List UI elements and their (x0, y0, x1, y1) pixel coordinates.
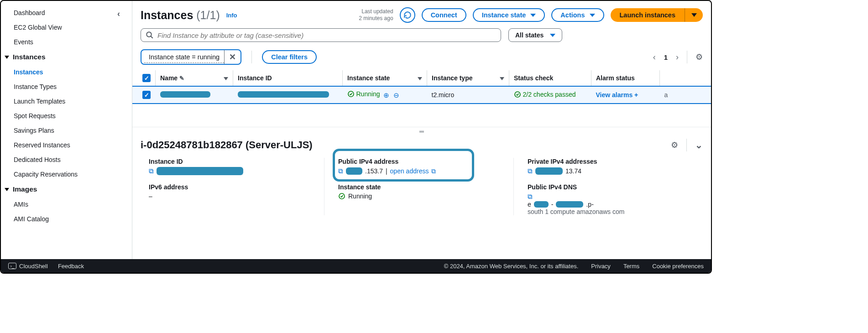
sidebar-item-launch-templates[interactable]: Launch Templates (5, 94, 132, 109)
col-instance-type[interactable]: Instance type (432, 74, 472, 82)
filter-chip: Instance state = running ✕ (141, 49, 241, 65)
detail-title: i-0d25248781b182867 (Server-ULJS) (141, 139, 313, 151)
sidebar-heading-label: Instances (13, 53, 46, 61)
field-instance-id-label: Instance ID (149, 158, 315, 165)
sidebar: Dashboard ‹ EC2 Global View Events Insta… (1, 1, 132, 259)
open-address-link[interactable]: open address (390, 167, 429, 175)
table-header-row: Name✎ Instance ID Instance state Instanc… (132, 70, 711, 86)
field-dns-value: ⧉ (528, 193, 694, 201)
copyright: © 2024, Amazon Web Services, Inc. or its… (444, 263, 579, 270)
redacted-value (556, 201, 583, 208)
detail-settings-icon[interactable]: ⚙ (671, 140, 678, 150)
connect-button[interactable]: Connect (422, 8, 466, 22)
view-alarms-link[interactable]: View alarms (596, 91, 633, 99)
sort-icon[interactable] (224, 77, 228, 80)
col-status-check[interactable]: Status check (514, 74, 553, 82)
field-private-ip-value: ⧉ 13.74 (528, 167, 694, 175)
field-private-ip-label: Private IPv4 addresses (528, 158, 694, 165)
sidebar-item-global-view[interactable]: EC2 Global View (5, 20, 132, 35)
edit-icon[interactable]: ✎ (179, 75, 184, 82)
caret-down-icon (691, 13, 697, 17)
launch-instances-caret[interactable] (685, 8, 703, 22)
table-row[interactable]: Running ⊕ ⊖ t2.micro 2/2 checks passed V… (132, 86, 711, 104)
sidebar-item-instances[interactable]: Instances (5, 65, 132, 79)
sidebar-item-instance-types[interactable]: Instance Types (5, 79, 132, 94)
search-icon (146, 31, 154, 39)
svg-line-1 (151, 36, 153, 38)
col-alarm-status[interactable]: Alarm status (596, 74, 635, 82)
resize-handle[interactable]: ═ (132, 127, 711, 135)
col-name[interactable]: Name (160, 74, 178, 82)
search-input[interactable] (157, 31, 496, 39)
check-circle-icon (338, 193, 345, 200)
sidebar-item-events[interactable]: Events (5, 35, 132, 49)
status-checks: 2/2 checks passed (514, 91, 576, 98)
sidebar-item-spot-requests[interactable]: Spot Requests (5, 109, 132, 123)
field-public-ip-value: ⧉ .153.7 | open address ⧉ (338, 167, 504, 175)
zoom-out-icon[interactable]: ⊖ (393, 91, 399, 99)
clear-filters-button[interactable]: Clear filters (262, 50, 317, 64)
page-next[interactable]: › (676, 52, 679, 62)
external-link-icon[interactable]: ⧉ (431, 167, 436, 175)
field-ipv6-label: IPv6 address (149, 183, 315, 191)
copy-icon[interactable]: ⧉ (528, 193, 533, 201)
settings-gear-icon[interactable]: ⚙ (695, 52, 703, 62)
copy-icon[interactable]: ⧉ (338, 167, 343, 175)
sidebar-item-capacity-reservations[interactable]: Capacity Reservations (5, 167, 132, 182)
sidebar-item-dashboard[interactable]: Dashboard ‹ (5, 5, 132, 20)
privacy-link[interactable]: Privacy (591, 263, 611, 270)
info-link[interactable]: Info (226, 12, 237, 19)
divider (251, 51, 252, 63)
terms-link[interactable]: Terms (623, 263, 639, 270)
zoom-in-icon[interactable]: ⊕ (383, 91, 389, 99)
page-prev[interactable]: ‹ (653, 52, 656, 62)
sidebar-heading-images[interactable]: Images (5, 182, 132, 197)
sidebar-heading-instances[interactable]: Instances (5, 49, 132, 65)
sidebar-item-dedicated-hosts[interactable]: Dedicated Hosts (5, 152, 132, 167)
cookie-preferences-link[interactable]: Cookie preferences (652, 263, 704, 270)
instances-table: Name✎ Instance ID Instance state Instanc… (132, 70, 711, 104)
states-filter-dropdown[interactable]: All states (508, 28, 562, 42)
copy-icon[interactable]: ⧉ (528, 167, 533, 175)
cloudshell-link[interactable]: ›_ CloudShell (8, 263, 48, 270)
chevron-left-icon[interactable]: ‹ (117, 9, 120, 19)
sidebar-item-label: Dashboard (14, 9, 45, 16)
page-title-text: Instances (141, 9, 193, 21)
col-instance-state[interactable]: Instance state (347, 74, 390, 82)
select-all-checkbox[interactable] (142, 74, 151, 82)
divider (687, 51, 687, 63)
sort-icon[interactable] (418, 77, 422, 80)
sidebar-item-reserved-instances[interactable]: Reserved Instances (5, 138, 132, 152)
redacted-value (346, 167, 362, 175)
sidebar-item-savings-plans[interactable]: Savings Plans (5, 123, 132, 138)
copy-icon[interactable]: ⧉ (149, 167, 154, 175)
check-circle-icon (514, 91, 521, 98)
add-alarm-icon[interactable]: + (634, 91, 638, 99)
sidebar-item-amis[interactable]: AMIs (5, 197, 132, 212)
redacted-value (534, 201, 549, 208)
field-state-label: Instance state (338, 183, 504, 191)
row-checkbox[interactable] (142, 91, 151, 99)
redacted-instance-id (238, 91, 329, 98)
field-ipv6-value: – (149, 193, 315, 200)
redacted-value (157, 167, 243, 175)
launch-instances-group: Launch instances (611, 8, 703, 22)
feedback-link[interactable]: Feedback (58, 263, 84, 270)
search-box[interactable] (141, 28, 501, 42)
sidebar-item-ami-catalog[interactable]: AMI Catalog (5, 212, 132, 226)
divider (686, 139, 687, 151)
filter-chip-remove[interactable]: ✕ (224, 50, 241, 64)
actions-dropdown[interactable]: Actions (551, 8, 604, 22)
launch-instances-button[interactable]: Launch instances (611, 8, 685, 22)
col-instance-id[interactable]: Instance ID (238, 74, 272, 82)
detail-collapse-icon[interactable]: ⌄ (695, 140, 703, 151)
field-state-value: Running (338, 193, 504, 200)
page-number: 1 (664, 53, 668, 61)
refresh-button[interactable] (400, 7, 415, 23)
check-circle-icon (347, 90, 355, 98)
refresh-icon (403, 11, 412, 19)
detail-header: i-0d25248781b182867 (Server-ULJS) ⚙ ⌄ (132, 135, 711, 155)
sort-icon[interactable] (500, 77, 504, 80)
instance-state-dropdown[interactable]: Instance state (473, 8, 545, 22)
filter-chip-text[interactable]: Instance state = running (144, 52, 224, 63)
